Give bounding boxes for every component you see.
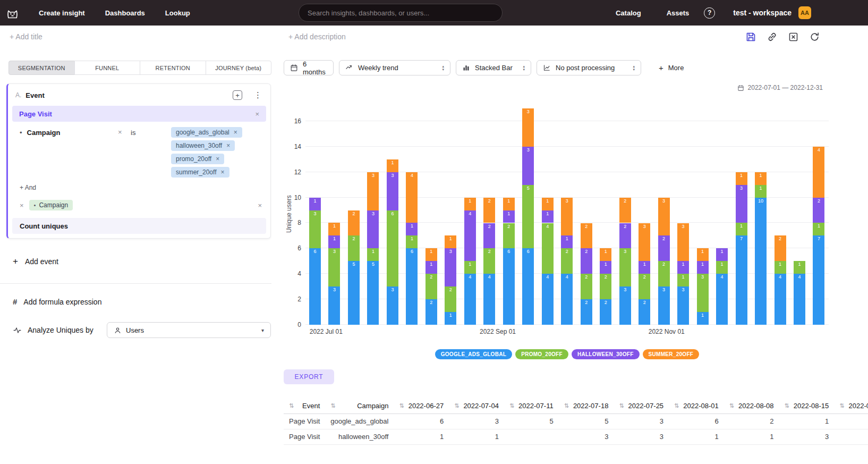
bar-segment-promo-20off[interactable]: 1 <box>464 261 476 274</box>
bar-segment-promo-20off[interactable]: 1 <box>794 261 805 274</box>
bar-segment-promo-20off[interactable]: 2 <box>561 248 573 274</box>
bar-segment-halloween-30off[interactable]: 2 <box>813 198 824 223</box>
bar-segment-halloween-30off[interactable]: 2 <box>619 223 631 249</box>
filter-value-promo-20off[interactable]: promo_20off× <box>171 154 224 164</box>
tab-funnel[interactable]: FUNNEL <box>74 61 141 75</box>
bar-segment-promo-20off[interactable]: 4 <box>542 223 554 274</box>
analyze-by-select[interactable]: Users ▾ <box>107 322 271 338</box>
remove-value-icon[interactable]: × <box>226 142 230 149</box>
bar-segment-google-ads-global[interactable]: 1 <box>445 312 456 325</box>
legend-halloween-30off[interactable]: HALLOWEEN_30OFF <box>572 349 640 359</box>
bar-segment-summer-20off[interactable]: 4 <box>406 172 418 223</box>
bar-segment-summer-20off[interactable]: 3 <box>367 172 379 210</box>
remove-value-icon[interactable]: × <box>220 168 224 176</box>
bar-segment-halloween-30off[interactable]: 1 <box>406 223 418 235</box>
bar-segment-summer-20off[interactable]: 1 <box>328 223 340 235</box>
sort-icon[interactable]: ⇅ <box>330 402 335 409</box>
workspace-name[interactable]: test - workspace <box>733 9 792 17</box>
bar-segment-halloween-30off[interactable]: 3 <box>367 210 379 249</box>
bar-segment-halloween-30off[interactable]: 3 <box>387 172 398 210</box>
app-logo-cat-icon[interactable] <box>5 6 20 20</box>
table-header-2022-07-04[interactable]: ⇅2022-07-04 <box>449 398 504 414</box>
table-header-2022-07-11[interactable]: ⇅2022-07-11 <box>504 398 559 414</box>
bar-segment-halloween-30off[interactable]: 3 <box>522 147 534 185</box>
filter-value-google-ads-global[interactable]: google_ads_global× <box>171 127 242 138</box>
bar-segment-summer-20off[interactable]: 3 <box>522 108 534 147</box>
bar-segment-summer-20off[interactable]: 1 <box>464 198 476 210</box>
bar-segment-promo-20off[interactable]: 1 <box>716 261 728 274</box>
bar-segment-promo-20off[interactable]: 2 <box>503 223 515 249</box>
table-header-2022-07-18[interactable]: ⇅2022-07-18 <box>559 398 614 414</box>
sort-icon[interactable]: ⇅ <box>399 402 404 409</box>
bar-segment-promo-20off[interactable]: 5 <box>522 185 534 249</box>
bar-segment-promo-20off[interactable]: 6 <box>387 210 398 287</box>
sort-icon[interactable]: ⇅ <box>619 402 624 409</box>
tab-retention[interactable]: RETENTION <box>140 61 206 75</box>
bar-segment-google-ads-global[interactable]: 5 <box>367 261 379 325</box>
bar-segment-google-ads-global[interactable]: 4 <box>561 274 573 325</box>
export-button[interactable]: EXPORT <box>284 369 334 384</box>
bar-segment-summer-20off[interactable]: 1 <box>755 172 767 185</box>
bar-segment-summer-20off[interactable]: 3 <box>677 223 689 261</box>
remove-value-icon[interactable]: × <box>216 155 219 163</box>
sort-icon[interactable]: ⇅ <box>674 402 679 409</box>
add-and-condition[interactable]: + And <box>20 184 36 191</box>
bar-segment-summer-20off[interactable]: 1 <box>697 248 709 261</box>
sort-icon[interactable]: ⇅ <box>454 402 459 409</box>
nav-catalog[interactable]: Catalog <box>616 9 641 17</box>
add-description-button[interactable]: + Add description <box>288 32 346 41</box>
add-filter-icon[interactable]: + <box>233 90 242 100</box>
remove-event-icon[interactable]: × <box>255 111 259 117</box>
bar-segment-summer-20off[interactable]: 2 <box>619 198 631 223</box>
bar-segment-promo-20off[interactable]: 1 <box>367 248 379 261</box>
refresh-icon[interactable] <box>809 31 820 43</box>
remove-value-icon[interactable]: × <box>234 129 237 136</box>
filter-value-halloween-30off[interactable]: halloween_30off× <box>171 140 235 151</box>
table-header-event[interactable]: ⇅Event <box>284 398 325 414</box>
sort-icon[interactable]: ⇅ <box>785 402 789 409</box>
sort-icon[interactable]: ⇅ <box>564 402 569 409</box>
remove-filter-icon[interactable]: × <box>118 127 126 136</box>
chart-type-select[interactable]: Stacked Bar ▴▾ <box>456 60 531 75</box>
bar-segment-halloween-30off[interactable]: 1 <box>561 235 573 248</box>
table-header-2022-08-22[interactable]: ⇅2022-08-22 <box>834 398 868 414</box>
add-title-button[interactable]: + Add title <box>10 32 42 41</box>
table-header-2022-08-08[interactable]: ⇅2022-08-08 <box>724 398 779 414</box>
bar-segment-halloween-30off[interactable]: 2 <box>581 248 592 274</box>
bar-segment-google-ads-global[interactable]: 4 <box>775 274 786 325</box>
table-header-campaign[interactable]: ⇅Campaign <box>325 398 394 414</box>
bar-segment-summer-20off[interactable]: 2 <box>775 235 786 261</box>
bar-segment-summer-20off[interactable]: 1 <box>600 248 611 261</box>
bar-segment-halloween-30off[interactable]: 2 <box>483 223 495 249</box>
bar-segment-summer-20off[interactable]: 4 <box>813 147 824 198</box>
bar-segment-halloween-30off[interactable]: 1 <box>639 261 650 274</box>
bar-segment-summer-20off[interactable]: 3 <box>658 198 670 236</box>
bar-segment-google-ads-global[interactable]: 6 <box>309 248 321 325</box>
bar-segment-google-ads-global[interactable]: 6 <box>522 248 534 325</box>
bar-segment-halloween-30off[interactable]: 1 <box>542 210 554 223</box>
bar-segment-google-ads-global[interactable]: 2 <box>639 299 650 325</box>
tab-journey-beta[interactable]: JOURNEY (beta) <box>206 61 272 75</box>
remove-breakdown-row-icon[interactable]: × <box>258 202 262 209</box>
tab-segmentation[interactable]: SEGMENTATION <box>8 61 75 75</box>
avatar[interactable]: AA <box>798 6 811 19</box>
bar-segment-summer-20off[interactable]: 3 <box>561 198 573 236</box>
link-icon[interactable] <box>767 31 778 43</box>
bar-segment-google-ads-global[interactable]: 4 <box>542 274 554 325</box>
bar-segment-promo-20off[interactable]: 1 <box>736 223 747 235</box>
filter-value-summer-20off[interactable]: summer_20off× <box>171 167 229 178</box>
post-processing-select[interactable]: No post processing ▴▾ <box>537 60 641 75</box>
table-header-2022-08-01[interactable]: ⇅2022-08-01 <box>669 398 724 414</box>
bar-segment-halloween-30off[interactable]: 1 <box>309 198 321 210</box>
sort-icon[interactable]: ⇅ <box>839 402 844 409</box>
bar-segment-summer-20off[interactable]: 1 <box>445 235 456 248</box>
bar-segment-halloween-30off[interactable]: 1 <box>426 261 437 274</box>
bar-segment-summer-20off[interactable]: 2 <box>581 223 592 249</box>
bar-segment-halloween-30off[interactable]: 1 <box>677 261 689 274</box>
bar-segment-promo-20off[interactable]: 3 <box>697 274 709 312</box>
bar-segment-google-ads-global[interactable]: 6 <box>406 248 418 325</box>
bar-segment-google-ads-global[interactable]: 2 <box>600 299 611 325</box>
nav-dashboards[interactable]: Dashboards <box>105 9 145 17</box>
bar-segment-promo-20off[interactable]: 1 <box>813 223 824 235</box>
sort-icon[interactable]: ⇅ <box>509 402 514 409</box>
